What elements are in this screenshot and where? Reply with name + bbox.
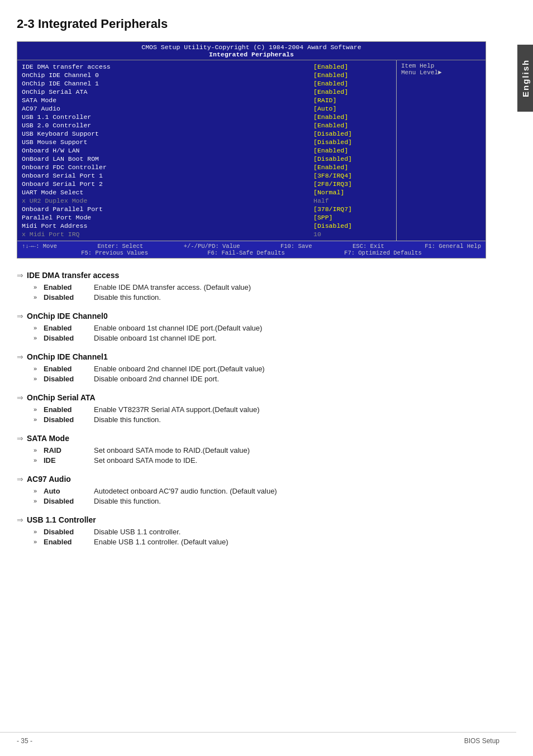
list-item: »EnabledEnable VT8237R Serial ATA suppor… bbox=[34, 405, 486, 414]
list-item: »DisabledDisable this function. bbox=[34, 415, 486, 424]
bios-footer-item: F5: Previous Values bbox=[81, 250, 148, 256]
bios-header: CMOS Setup Utility-Copyright (C) 1984-20… bbox=[17, 42, 486, 60]
bios-body: IDE DMA transfer access[Enabled]OnChip I… bbox=[17, 60, 486, 241]
bios-row-label: Onboard Serial Port 1 bbox=[22, 172, 313, 179]
section-title: OnChip IDE Channel0 bbox=[27, 312, 108, 320]
section-items: »EnabledEnable IDE DMA transfer access. … bbox=[34, 283, 486, 302]
section-items: »EnabledEnable VT8237R Serial ATA suppor… bbox=[34, 405, 486, 424]
sections-container: ⇒IDE DMA transfer access»EnabledEnable I… bbox=[17, 271, 486, 546]
item-label: Disabled bbox=[44, 415, 94, 424]
bios-row-value: [RAID] bbox=[313, 97, 392, 104]
item-label: Enabled bbox=[44, 324, 94, 332]
bios-row: UART Mode Select[Normal] bbox=[22, 188, 392, 197]
bios-row: Onboard H/W LAN[Enabled] bbox=[22, 146, 392, 155]
section-items: »RAIDSet onboard SATA mode to RAID.(Defa… bbox=[34, 446, 486, 465]
item-desc: Disable USB 1.1 controller. bbox=[94, 528, 486, 536]
section-arrow-icon: ⇒ bbox=[17, 352, 23, 361]
section-heading: ⇒OnChip Serial ATA bbox=[17, 393, 486, 402]
section-heading: ⇒OnChip IDE Channel1 bbox=[17, 352, 486, 361]
bios-row-label: UART Mode Select bbox=[22, 189, 313, 196]
bios-row: x UR2 Duplex ModeHalf bbox=[22, 197, 392, 205]
item-label: Disabled bbox=[44, 293, 94, 302]
item-desc: Enable IDE DMA transfer access. (Default… bbox=[94, 283, 486, 291]
bios-row-value: [Enabled] bbox=[313, 122, 392, 129]
item-label: Enabled bbox=[44, 405, 94, 414]
list-item: »EnabledEnable USB 1.1 controller. (Defa… bbox=[34, 538, 486, 546]
list-item: »EnabledEnable onboard 1st channel IDE p… bbox=[34, 324, 486, 332]
bios-row-label: SATA Mode bbox=[22, 97, 313, 104]
bios-footer-item: ESC: Exit bbox=[353, 243, 384, 250]
item-bullet: » bbox=[34, 375, 44, 383]
bios-row-value: [378/IRQ7] bbox=[313, 205, 392, 213]
bios-row-value: [SPP] bbox=[313, 214, 392, 221]
list-item: »DisabledDisable onboard 2nd channel IDE… bbox=[34, 375, 486, 383]
bios-header-title: CMOS Setup Utility-Copyright (C) 1984-20… bbox=[17, 44, 486, 51]
bios-row-value: [Enabled] bbox=[313, 164, 392, 171]
bios-row-label: OnBoard LAN Boot ROM bbox=[22, 155, 313, 162]
bios-row-label: Onboard H/W LAN bbox=[22, 147, 313, 154]
bios-footer-item: ↑↓→←: Move bbox=[22, 243, 57, 250]
item-label: Enabled bbox=[44, 283, 94, 291]
item-bullet: » bbox=[34, 497, 44, 505]
bios-row-value: [Enabled] bbox=[313, 113, 392, 121]
bios-row-label: USB 1.1 Controller bbox=[22, 113, 313, 121]
list-item: »EnabledEnable IDE DMA transfer access. … bbox=[34, 283, 486, 291]
item-bullet: » bbox=[34, 406, 44, 414]
section-heading: ⇒USB 1.1 Controller bbox=[17, 515, 486, 524]
section-title: USB 1.1 Controller bbox=[27, 515, 96, 524]
list-item: »DisabledDisable this function. bbox=[34, 497, 486, 505]
section-arrow-icon: ⇒ bbox=[17, 312, 23, 320]
section-items: »EnabledEnable onboard 1st channel IDE p… bbox=[34, 324, 486, 342]
item-bullet: » bbox=[34, 457, 44, 465]
bios-row: OnChip Serial ATA[Enabled] bbox=[22, 88, 392, 96]
section-heading: ⇒OnChip IDE Channel0 bbox=[17, 312, 486, 320]
bios-footer-row: ↑↓→←: MoveEnter: Select+/-/PU/PD: ValueF… bbox=[22, 243, 481, 250]
bios-row-label: Onboard FDC Controller bbox=[22, 164, 313, 171]
item-bullet: » bbox=[34, 365, 44, 373]
bios-row-value: [Enabled] bbox=[313, 88, 392, 95]
bios-row-value: Half bbox=[313, 197, 392, 204]
bios-row-label: Onboard Parallel Port bbox=[22, 205, 313, 213]
bios-row-value: [Enabled] bbox=[313, 63, 392, 70]
bios-row: Onboard Serial Port 1[3F8/IRQ4] bbox=[22, 171, 392, 180]
bios-row-label: Midi Port Address bbox=[22, 222, 313, 229]
item-desc: Disable this function. bbox=[94, 293, 486, 302]
page-title: 2-3 Integrated Peripherals bbox=[17, 17, 486, 31]
list-item: »IDESet onboard SATA mode to IDE. bbox=[34, 456, 486, 465]
bios-footer-item: F1: General Help bbox=[425, 243, 481, 250]
section-title: IDE DMA transfer access bbox=[27, 271, 119, 280]
section-title: AC97 Audio bbox=[27, 475, 71, 484]
bios-footer-item: F10: Save bbox=[280, 243, 312, 250]
item-desc: Disable this function. bbox=[94, 497, 486, 505]
bios-footer-row: F5: Previous ValuesF6: Fail-Safe Default… bbox=[22, 250, 481, 256]
bios-footer-item: Enter: Select bbox=[97, 243, 143, 250]
item-desc: Enable onboard 2nd channel IDE port.(Def… bbox=[94, 365, 486, 373]
bios-row-value: [Enabled] bbox=[313, 147, 392, 154]
section-arrow-icon: ⇒ bbox=[17, 434, 23, 443]
bios-row: Parallel Port Mode[SPP] bbox=[22, 213, 392, 222]
bios-row-value: [Enabled] bbox=[313, 80, 392, 87]
bios-setup-box: CMOS Setup Utility-Copyright (C) 1984-20… bbox=[17, 41, 486, 259]
bios-row-value: [Disabled] bbox=[313, 222, 392, 229]
bios-row-label: USB 2.0 Controller bbox=[22, 122, 313, 129]
bios-row: x Midi Port IRQ10 bbox=[22, 230, 392, 238]
bios-row-label: OnChip Serial ATA bbox=[22, 88, 313, 95]
item-label: Auto bbox=[44, 487, 94, 495]
page-section-label: BIOS Setup bbox=[464, 737, 499, 745]
item-desc: Enable VT8237R Serial ATA support.(Defau… bbox=[94, 405, 486, 414]
item-label: Disabled bbox=[44, 334, 94, 342]
page-number: - 35 - bbox=[17, 737, 32, 745]
bios-row-value: [3F8/IRQ4] bbox=[313, 172, 392, 179]
list-item: »AutoAutodetect onboard AC'97 audio func… bbox=[34, 487, 486, 495]
bios-row-label: AC97 Audio bbox=[22, 105, 313, 112]
item-label: IDE bbox=[44, 456, 94, 465]
bios-row: USB Mouse Support[Disabled] bbox=[22, 138, 392, 146]
section-heading: ⇒AC97 Audio bbox=[17, 475, 486, 484]
bios-row: OnChip IDE Channel 0[Enabled] bbox=[22, 71, 392, 79]
section-items: »EnabledEnable onboard 2nd channel IDE p… bbox=[34, 365, 486, 383]
bios-row-label: IDE DMA transfer access bbox=[22, 63, 313, 70]
bios-help-label2: Menu Level► bbox=[401, 69, 481, 76]
item-label: Disabled bbox=[44, 375, 94, 383]
item-bullet: » bbox=[34, 334, 44, 342]
section-title: OnChip IDE Channel1 bbox=[27, 352, 108, 361]
